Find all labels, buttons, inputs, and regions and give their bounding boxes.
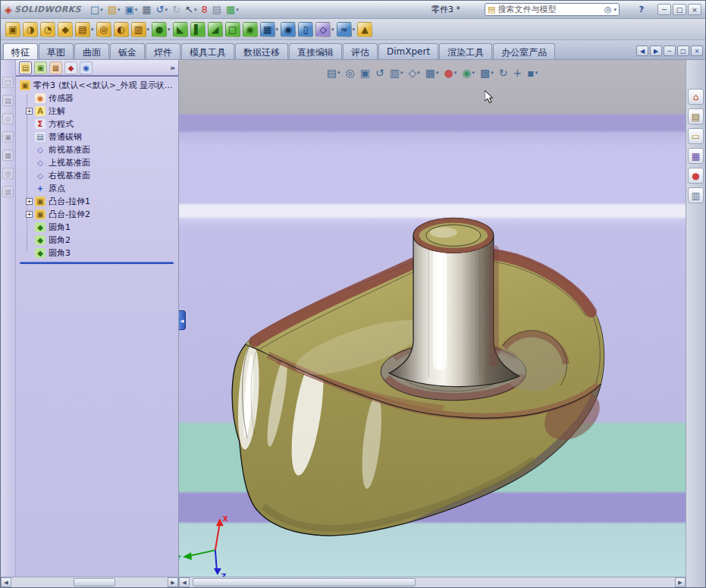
circular-pattern-icon[interactable]: ◉ bbox=[281, 21, 296, 37]
expand-toggle-icon[interactable]: + bbox=[26, 108, 33, 115]
tree-item-boss-extrude2[interactable]: + ▣ 凸台-拉伸2 bbox=[18, 208, 178, 221]
tree-item-top-plane[interactable]: ◇ 上视基准面 bbox=[18, 156, 178, 169]
panel-collapse-handle[interactable]: ◀ bbox=[179, 310, 186, 330]
docked-toolbar-icon-1[interactable]: □ bbox=[2, 77, 14, 88]
mirror-icon[interactable]: ▯ bbox=[298, 21, 313, 37]
swept-cut-icon[interactable]: ▥▾ bbox=[131, 21, 150, 37]
shell-icon[interactable]: □ bbox=[225, 21, 240, 37]
edit-appearance-icon[interactable]: ●▾ bbox=[444, 67, 457, 79]
section-view-icon[interactable]: ▥▾ bbox=[390, 67, 403, 79]
doc-close-button[interactable]: × bbox=[691, 46, 703, 56]
pan-icon[interactable]: + bbox=[513, 67, 522, 79]
minimize-button[interactable]: ─ bbox=[657, 4, 671, 15]
expand-toggle-icon[interactable]: + bbox=[26, 211, 33, 218]
model-3d[interactable]: X Y Z bbox=[179, 60, 686, 577]
instant3d-icon[interactable]: ▲ bbox=[357, 21, 372, 37]
display-style-icon[interactable]: ▤▾ bbox=[327, 67, 340, 79]
doc-minimize-button[interactable]: ─ bbox=[664, 46, 676, 56]
revolved-cut-icon[interactable]: ◐ bbox=[114, 21, 129, 37]
design-library-icon[interactable]: ▤ bbox=[688, 108, 704, 124]
reference-geometry-icon[interactable]: ◇▾ bbox=[315, 21, 334, 37]
extruded-cut-icon[interactable]: ▤▾ bbox=[75, 21, 94, 37]
tab-evaluate[interactable]: 评估 bbox=[343, 43, 378, 59]
save-icon[interactable]: ▣▾ bbox=[124, 2, 140, 17]
search-scope-icon[interactable]: ▤ bbox=[488, 5, 495, 14]
tab-weldments[interactable]: 焊件 bbox=[146, 43, 180, 59]
undo-icon[interactable]: ↺▾ bbox=[155, 2, 169, 17]
swept-boss-icon[interactable]: ◔ bbox=[40, 21, 55, 37]
rib-icon[interactable]: ▌ bbox=[190, 21, 206, 37]
redo-icon[interactable]: ↻ bbox=[171, 2, 182, 17]
tree-item-material[interactable]: ▤ 普通碳钢 bbox=[18, 130, 178, 143]
wrap-icon[interactable]: ◉ bbox=[243, 21, 258, 37]
scrollbar-track[interactable] bbox=[190, 577, 675, 587]
docked-toolbar-icon-6[interactable]: ◎ bbox=[2, 168, 14, 179]
tab-data-migration[interactable]: 数据迁移 bbox=[235, 43, 288, 59]
doc-back-button[interactable]: ◀ bbox=[636, 46, 648, 56]
tab-features[interactable]: 特征 bbox=[3, 43, 38, 59]
appearances-icon[interactable]: ● bbox=[688, 168, 704, 184]
tree-item-fillet1[interactable]: ◆ 圆角1 bbox=[18, 221, 178, 234]
zoom-area-icon[interactable]: ▣ bbox=[360, 67, 370, 79]
previous-view-icon[interactable]: ↺ bbox=[375, 67, 384, 79]
scrollbar-track[interactable] bbox=[11, 577, 168, 587]
close-button[interactable]: × bbox=[688, 4, 701, 15]
file-properties-icon[interactable]: ▤ bbox=[211, 2, 223, 17]
dimxpertmanager-tab[interactable]: ◆ bbox=[64, 61, 77, 74]
displaymanager-tab[interactable]: ◉ bbox=[80, 61, 93, 74]
chamfer-icon[interactable]: ◣ bbox=[173, 21, 188, 37]
print-icon[interactable]: ▦ bbox=[140, 2, 152, 17]
tree-item-front-plane[interactable]: ◇ 前视基准面 bbox=[18, 143, 178, 156]
docked-toolbar-icon-4[interactable]: ▣ bbox=[2, 131, 14, 143]
tree-item-origin[interactable]: + 原点 bbox=[18, 182, 178, 195]
scroll-left-button[interactable]: ◀ bbox=[179, 577, 190, 587]
docked-toolbar-icon-5[interactable]: ▦ bbox=[2, 149, 14, 161]
search-icon[interactable]: ◎ bbox=[604, 5, 612, 14]
tree-root-part[interactable]: ▣ 零件3 (默认<<默认>_外观 显示状... bbox=[18, 79, 178, 92]
hole-wizard-icon[interactable]: ◎ bbox=[96, 21, 111, 37]
draft-icon[interactable]: ◢ bbox=[208, 21, 223, 37]
hide-show-items-icon[interactable]: ▦▾ bbox=[425, 67, 439, 79]
panel-overflow-button[interactable]: » bbox=[170, 63, 175, 73]
tree-item-fillet3[interactable]: ◆ 圆角3 bbox=[18, 247, 178, 259]
docked-toolbar-icon-7[interactable]: ▥ bbox=[2, 186, 14, 197]
solidworks-resources-icon[interactable]: ⌂ bbox=[688, 89, 704, 105]
rebuild-icon[interactable]: 8 bbox=[199, 2, 209, 17]
search-dropdown-icon[interactable]: ▾ bbox=[613, 7, 617, 13]
tab-office-products[interactable]: 办公室产品 bbox=[493, 43, 555, 59]
select-icon[interactable]: ↖▾ bbox=[184, 2, 198, 17]
options-icon[interactable]: ▦▾ bbox=[224, 2, 240, 17]
maximize-button[interactable]: □ bbox=[673, 4, 686, 15]
tree-item-sensors[interactable]: ◉ 传感器 bbox=[18, 92, 178, 105]
tab-sheet-metal[interactable]: 钣金 bbox=[110, 43, 145, 59]
extruded-boss-icon[interactable]: ▣ bbox=[5, 21, 20, 37]
tree-item-fillet2[interactable]: ◆ 圆角2 bbox=[18, 234, 178, 247]
tree-item-right-plane[interactable]: ◇ 右视基准面 bbox=[18, 169, 178, 182]
view-palette-icon[interactable]: ▦ bbox=[688, 148, 704, 164]
tree-item-annotations[interactable]: + A 注解 bbox=[18, 105, 178, 118]
scrollbar-thumb[interactable] bbox=[193, 578, 416, 586]
search-input[interactable] bbox=[497, 5, 601, 14]
custom-properties-icon[interactable]: ▥ bbox=[688, 187, 704, 203]
open-icon[interactable]: ▤▾ bbox=[106, 2, 122, 17]
tab-surfaces[interactable]: 曲面 bbox=[74, 43, 109, 59]
apply-scene-icon[interactable]: ◉▾ bbox=[462, 67, 475, 79]
curves-icon[interactable]: ≈▾ bbox=[337, 21, 356, 37]
tab-sketch[interactable]: 草图 bbox=[39, 43, 74, 59]
camera-icon[interactable]: ▪▾ bbox=[527, 67, 538, 79]
featuremanager-tab[interactable]: ▤ bbox=[19, 61, 32, 74]
zoom-fit-icon[interactable]: ◎ bbox=[346, 67, 355, 79]
propertymanager-tab[interactable]: ▣ bbox=[34, 61, 47, 74]
docked-toolbar-icon-3[interactable]: ◇ bbox=[2, 113, 14, 124]
tab-dimxpert[interactable]: DimXpert bbox=[378, 43, 438, 59]
rotate-view-icon[interactable]: ↻ bbox=[499, 67, 508, 79]
doc-forward-button[interactable]: ▶ bbox=[650, 46, 662, 56]
file-explorer-icon[interactable]: ▭ bbox=[688, 128, 704, 144]
help-button[interactable]: ? bbox=[635, 5, 648, 14]
tab-direct-editing[interactable]: 直接编辑 bbox=[289, 43, 342, 59]
view-settings-icon[interactable]: ▩▾ bbox=[480, 67, 494, 79]
fillet-icon[interactable]: ●▾ bbox=[152, 21, 171, 37]
scrollbar-thumb[interactable] bbox=[74, 578, 115, 586]
tab-mold-tools[interactable]: 模具工具 bbox=[181, 43, 234, 59]
tree-item-boss-extrude1[interactable]: + ▣ 凸台-拉伸1 bbox=[18, 195, 178, 208]
